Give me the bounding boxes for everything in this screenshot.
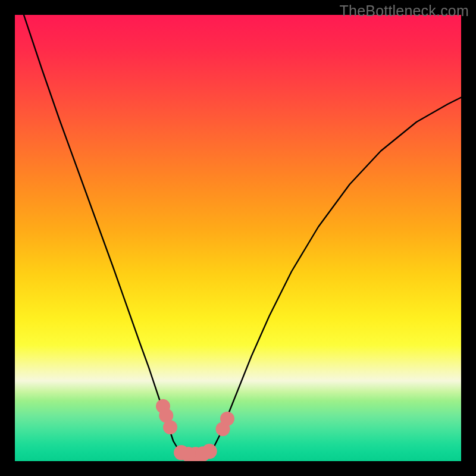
bottleneck-curve-path xyxy=(24,15,461,455)
chart-frame: TheBottleneck.com xyxy=(0,0,476,476)
marker-group xyxy=(156,399,234,461)
curves-svg xyxy=(15,15,461,461)
marker-dot xyxy=(220,412,234,426)
marker-dot xyxy=(202,444,217,459)
watermark-text: TheBottleneck.com xyxy=(340,2,469,20)
bottleneck-curve xyxy=(24,15,461,455)
plot-area xyxy=(15,15,461,461)
marker-dot xyxy=(163,420,177,434)
